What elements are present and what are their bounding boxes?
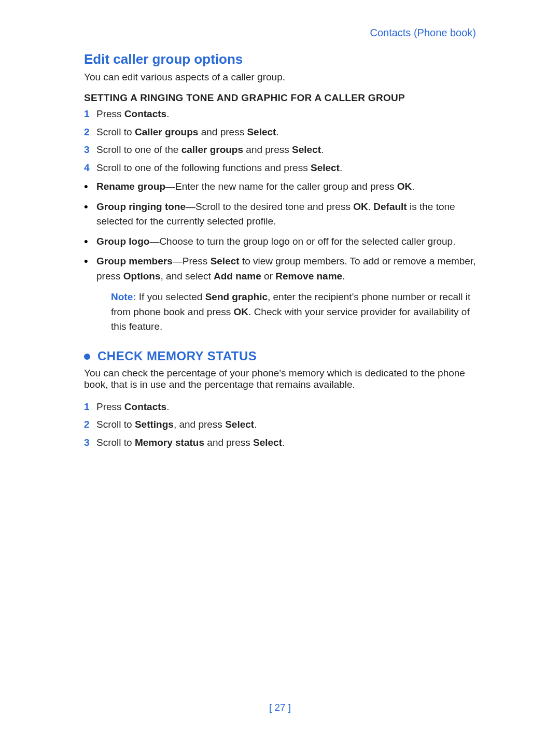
step-number: 3 [84,435,90,451]
page-number: [ 27 ] [0,702,560,713]
note-block: Note: If you selected Send graphic, ente… [111,290,476,334]
step-item: 4 Scroll to one of the following functio… [84,161,476,176]
breadcrumb: Contacts (Phone book) [84,27,476,39]
step-number: 1 [84,400,90,415]
bullet-item: Group logo—Choose to turn the group logo… [84,234,476,249]
subheading-setting-ringing-tone: SETTING A RINGING TONE AND GRAPHIC FOR A… [84,92,476,104]
step-item: 3 Scroll to one of the caller groups and… [84,143,476,158]
step-number: 1 [84,107,90,122]
section-title-check-memory: CHECK MEMORY STATUS [97,349,257,363]
bullet-item: Group members—Press Select to view group… [84,254,476,284]
step-item: 1 Press Contacts. [84,107,476,122]
section-title-edit-caller-group: Edit caller group options [84,51,476,67]
step-number: 2 [84,125,90,140]
bullet-item: Rename group—Enter the new name for the … [84,179,476,194]
step-list-2: 1 Press Contacts. 2 Scroll to Settings, … [84,400,476,451]
step-number: 2 [84,417,90,432]
document-page: Contacts (Phone book) Edit caller group … [0,0,560,732]
step-number: 3 [84,143,90,158]
intro-text: You can check the percentage of your pho… [84,368,476,390]
bullet-item: Group ringing tone—Scroll to the desired… [84,200,476,229]
bullet-list: Rename group—Enter the new name for the … [84,179,476,284]
bullet-dot-icon [84,354,90,360]
note-label: Note: [111,291,136,302]
step-item: 2 Scroll to Settings, and press Select. [84,417,476,432]
intro-text: You can edit various aspects of a caller… [84,72,476,83]
step-list-1: 1 Press Contacts. 2 Scroll to Caller gro… [84,107,476,175]
step-number: 4 [84,161,90,176]
step-item: 1 Press Contacts. [84,400,476,415]
step-item: 2 Scroll to Caller groups and press Sele… [84,125,476,140]
step-item: 3 Scroll to Memory status and press Sele… [84,435,476,451]
section-heading-check-memory: CHECK MEMORY STATUS [84,349,476,363]
